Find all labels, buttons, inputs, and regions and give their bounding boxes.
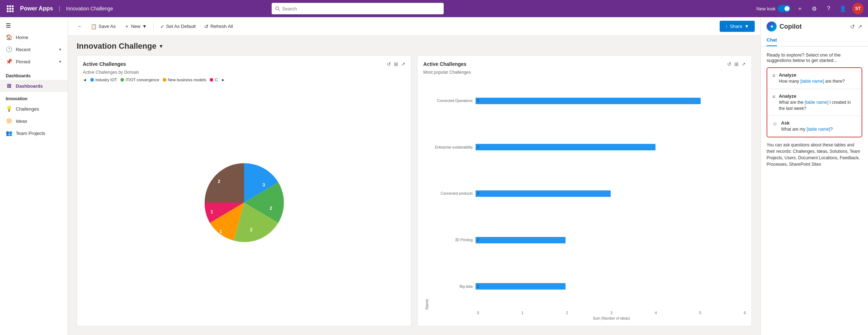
set-as-default-button[interactable]: ✓ Set As Default xyxy=(157,21,199,31)
recent-icon: 🕐 xyxy=(6,46,12,53)
add-button[interactable]: ＋ xyxy=(795,4,805,14)
share-icon: ↑ xyxy=(725,24,728,29)
suggestion-2-link[interactable]: [table name] xyxy=(807,127,830,132)
suggestion-1[interactable]: ≡ Analyze What are the [table name] I cr… xyxy=(767,89,862,116)
ideas-label: Ideas xyxy=(16,118,27,124)
search-bar[interactable] xyxy=(272,3,444,14)
y-axis: Connected Operations Enterprise sustaina… xyxy=(429,78,476,310)
x-tick-6: 6 xyxy=(744,311,746,315)
legend-next-icon[interactable]: ► xyxy=(221,78,225,82)
avatar[interactable]: ST xyxy=(852,3,864,14)
search-input[interactable] xyxy=(282,6,440,11)
x-axis: 0 1 2 3 4 5 6 xyxy=(423,310,746,315)
copilot-intro-text: Ready to explore? Select one of the sugg… xyxy=(767,52,862,63)
sidebar-item-challenges[interactable]: 💡 Challenges xyxy=(0,103,68,115)
copilot-header: ✦ Copilot ↺ ↗ xyxy=(761,17,868,31)
left-card-popout-icon[interactable]: ↗ xyxy=(401,61,405,67)
suggestion-2-content: Ask What are my [table name]? xyxy=(781,120,857,132)
legend-item-3: C xyxy=(210,78,218,82)
pie-label-3: 1 xyxy=(219,229,222,234)
pie-slice-5 xyxy=(205,163,244,203)
right-card-subtitle: Most popular Challenges xyxy=(423,70,746,75)
brand-name: Power Apps xyxy=(20,5,53,12)
copilot-popout-icon[interactable]: ↗ xyxy=(858,23,862,30)
x-tick-2: 2 xyxy=(566,311,568,315)
legend-label-1: IT/OT convergence xyxy=(125,78,159,82)
team-icon: 👥 xyxy=(6,130,12,136)
collapse-sidebar-button[interactable]: ☰ xyxy=(0,20,68,31)
legend-dot-1 xyxy=(120,78,124,82)
app-name: Innovation Challenge xyxy=(66,6,113,11)
pinned-chevron: ▼ xyxy=(58,60,62,64)
suggestion-0-link[interactable]: [table name] xyxy=(800,79,824,84)
y-label-1: Enterprise sustainability xyxy=(435,145,473,149)
refresh-all-button[interactable]: ↺ Refresh All xyxy=(201,21,237,31)
bar-value-0: 5 xyxy=(477,99,479,103)
toolbar-divider xyxy=(153,22,154,31)
x-tick-0: 0 xyxy=(477,311,479,315)
bar-value-3: 2 xyxy=(477,238,479,242)
new-look-switch[interactable] xyxy=(778,5,791,12)
toolbar: ← 📋 Save As ＋ New ▼ ✓ Set As Default ↺ R… xyxy=(68,17,760,36)
suggestion-1-link[interactable]: [table name] xyxy=(805,100,828,105)
save-icon: 📋 xyxy=(91,24,97,29)
left-card-title: Active Challenges xyxy=(83,61,126,67)
sidebar-item-recent[interactable]: 🕐 Recent ▼ xyxy=(0,43,68,55)
new-button[interactable]: ＋ New ▼ xyxy=(121,21,151,32)
main-layout: ☰ 🏠 Home 🕐 Recent ▼ 📌 Pinned ▼ Dashboard… xyxy=(0,17,868,335)
right-card-expand-icon[interactable]: ⊞ xyxy=(734,61,739,67)
suggestion-0-title: Analyze xyxy=(779,72,857,78)
page-title-chevron-icon[interactable]: ▼ xyxy=(158,43,163,49)
dashboards-label: Dashboards xyxy=(16,83,43,89)
legend-prev-icon[interactable]: ◄ xyxy=(83,78,87,82)
copilot-tab-chat[interactable]: Chat xyxy=(767,34,777,46)
svg-text:✦: ✦ xyxy=(770,24,774,29)
bar-value-2: 3 xyxy=(477,191,479,195)
right-card-title: Active Challenges xyxy=(423,61,467,67)
apps-grid-button[interactable] xyxy=(4,3,16,14)
suggestion-0[interactable]: ≡ Analyze How many [table name] are ther… xyxy=(767,68,862,89)
challenges-label: Challenges xyxy=(16,106,39,112)
sidebar: ☰ 🏠 Home 🕐 Recent ▼ 📌 Pinned ▼ Dashboard… xyxy=(0,17,68,335)
bar-chart-wrapper: Name Connected Operations Enterprise sus… xyxy=(423,78,746,320)
top-navigation: Power Apps | Innovation Challenge New lo… xyxy=(0,0,868,17)
suggestion-1-text: What are the [table name] I created in t… xyxy=(779,99,857,112)
sidebar-item-team-projects[interactable]: 👥 Team Projects xyxy=(0,127,68,139)
left-card-expand-icon[interactable]: ⊞ xyxy=(394,61,398,67)
sidebar-item-ideas[interactable]: 🔆 Ideas xyxy=(0,115,68,127)
innovation-section-label: Innovation xyxy=(0,92,68,103)
sidebar-item-dashboards[interactable]: ⊞ Dashboards xyxy=(0,80,68,92)
bar-row-2: 3 xyxy=(476,190,746,197)
new-look-label: New look xyxy=(757,6,776,11)
left-card-icons: ↺ ⊞ ↗ xyxy=(387,61,405,67)
x-tick-1: 1 xyxy=(521,311,524,315)
pie-label-4: 1 xyxy=(210,209,213,214)
help-icon[interactable]: ? xyxy=(824,4,834,14)
new-label: New xyxy=(131,24,140,29)
copilot-title-area: ✦ Copilot xyxy=(767,21,802,31)
person-icon[interactable]: 👤 xyxy=(838,4,848,14)
bar-fill-4: 2 xyxy=(476,283,566,290)
copilot-refresh-icon[interactable]: ↺ xyxy=(850,23,855,30)
bar-chart-inner: Name Connected Operations Enterprise sus… xyxy=(423,78,746,310)
content-area: ← 📋 Save As ＋ New ▼ ✓ Set As Default ↺ R… xyxy=(68,17,760,335)
share-button[interactable]: ↑ Share ▼ xyxy=(720,21,755,32)
right-card-popout-icon[interactable]: ↗ xyxy=(741,61,746,67)
suggestion-0-content: Analyze How many [table name] are there? xyxy=(779,72,857,84)
right-card-refresh-icon[interactable]: ↺ xyxy=(727,61,731,67)
sidebar-item-home[interactable]: 🏠 Home xyxy=(0,31,68,43)
left-card-subtitle: Active Challenges by Domain xyxy=(83,70,405,75)
back-button[interactable]: ← xyxy=(74,21,86,31)
home-icon: 🏠 xyxy=(6,34,12,40)
left-card-refresh-icon[interactable]: ↺ xyxy=(387,61,391,67)
top-nav-right: New look ＋ ⚙ ? 👤 ST xyxy=(757,3,864,14)
page-title: Innovation Challenge xyxy=(77,42,156,51)
settings-icon[interactable]: ⚙ xyxy=(809,4,819,14)
sidebar-item-pinned[interactable]: 📌 Pinned ▼ xyxy=(0,55,68,68)
legend-label-0: Industry IOT xyxy=(95,78,117,82)
challenges-icon: 💡 xyxy=(6,106,12,112)
left-card-header: Active Challenges ↺ ⊞ ↗ xyxy=(83,61,405,67)
suggestion-2[interactable]: ☺ Ask What are my [table name]? xyxy=(767,116,862,137)
save-as-button[interactable]: 📋 Save As xyxy=(87,21,119,31)
bar-fill-2: 3 xyxy=(476,190,611,197)
